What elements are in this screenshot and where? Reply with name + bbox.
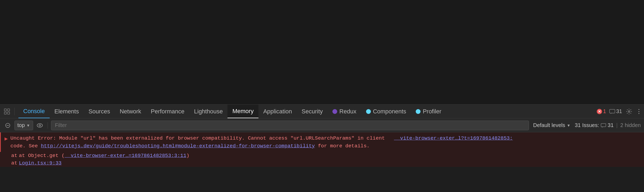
svg-rect-1: [7, 109, 10, 111]
context-selector-arrow-icon: ▼: [26, 123, 30, 128]
tab-bar: Console Elements Sources Network Perform…: [0, 105, 644, 118]
console-output: ▶ Uncaught Error: Module "url" has been …: [0, 132, 644, 192]
error-triangle-icon: ▶: [5, 135, 8, 143]
react-profiler-icon: [416, 109, 421, 114]
issues-count: 31 Issues: 31 | 2 hidden: [575, 122, 641, 128]
tab-network[interactable]: Network: [115, 105, 146, 118]
error-source-link[interactable]: __vite-browser-exter…l?t=1697861482853:: [394, 135, 513, 141]
tab-application[interactable]: Application: [258, 105, 297, 118]
stack-trace-line-2: at Login.tsx:9:33: [0, 159, 644, 167]
stack-link-2[interactable]: Login.tsx:9:33: [19, 160, 62, 166]
tab-console[interactable]: Console: [18, 105, 50, 118]
tab-sources[interactable]: Sources: [84, 105, 115, 118]
tab-security[interactable]: Security: [297, 105, 328, 118]
tab-components[interactable]: Components: [361, 105, 411, 118]
svg-rect-3: [7, 112, 10, 114]
tab-lighthouse[interactable]: Lighthouse: [189, 105, 228, 118]
svg-rect-4: [610, 109, 615, 113]
svg-rect-2: [4, 112, 6, 114]
svg-rect-10: [601, 124, 606, 127]
settings-button[interactable]: [625, 108, 633, 115]
issues-chat-icon: [601, 123, 606, 128]
svg-point-9: [39, 125, 41, 126]
tab-profiler[interactable]: Profiler: [411, 105, 446, 118]
filter-input[interactable]: [51, 121, 529, 130]
tab-bar-right: ✕ 1 31 ⋮: [597, 108, 642, 115]
error-close-icon: ✕: [597, 109, 602, 114]
tab-memory[interactable]: Memory: [227, 105, 258, 118]
console-error-entry: ▶ Uncaught Error: Module "url" has been …: [0, 132, 644, 152]
toolbar-divider: [48, 122, 48, 129]
devtools-icon: [2, 107, 12, 116]
context-selector[interactable]: top ▼: [14, 121, 33, 130]
stack-trace-line-1: at at Object.get ( __vite-browser-exter……: [0, 152, 644, 159]
browser-content: [0, 0, 644, 104]
svg-rect-0: [4, 109, 6, 111]
tab-performance[interactable]: Performance: [146, 105, 189, 118]
eye-button[interactable]: [35, 121, 44, 130]
error-docs-link[interactable]: http://vitejs.dev/guide/troubleshooting.…: [41, 143, 315, 149]
tab-bar-separator: [14, 108, 15, 115]
console-error-message: Uncaught Error: Module "url" has been ex…: [10, 135, 640, 150]
tab-redux[interactable]: Redux: [328, 105, 361, 118]
stack-link-1[interactable]: __vite-browser-exter…=1697861482853:3:11: [65, 153, 186, 159]
svg-point-5: [628, 111, 630, 112]
devtools-panel: Console Elements Sources Network Perform…: [0, 104, 644, 192]
redux-icon: [332, 109, 337, 114]
clear-console-button[interactable]: [3, 121, 12, 130]
levels-dropdown-arrow-icon: ▼: [567, 123, 571, 128]
chat-warning-icon: [609, 109, 615, 114]
svg-point-8: [37, 124, 42, 127]
warning-badge[interactable]: 31: [609, 108, 622, 114]
tabs-container: Console Elements Sources Network Perform…: [18, 105, 597, 118]
default-levels-button[interactable]: Default levels ▼: [531, 121, 573, 130]
react-components-icon: [366, 109, 371, 114]
tab-elements[interactable]: Elements: [50, 105, 84, 118]
console-toolbar: top ▼ Default levels ▼ 31 Issues: 31: [0, 118, 644, 132]
devtools-icon-area: [2, 107, 16, 116]
more-options-button[interactable]: ⋮: [636, 108, 642, 115]
error-badge[interactable]: ✕ 1: [597, 108, 606, 114]
